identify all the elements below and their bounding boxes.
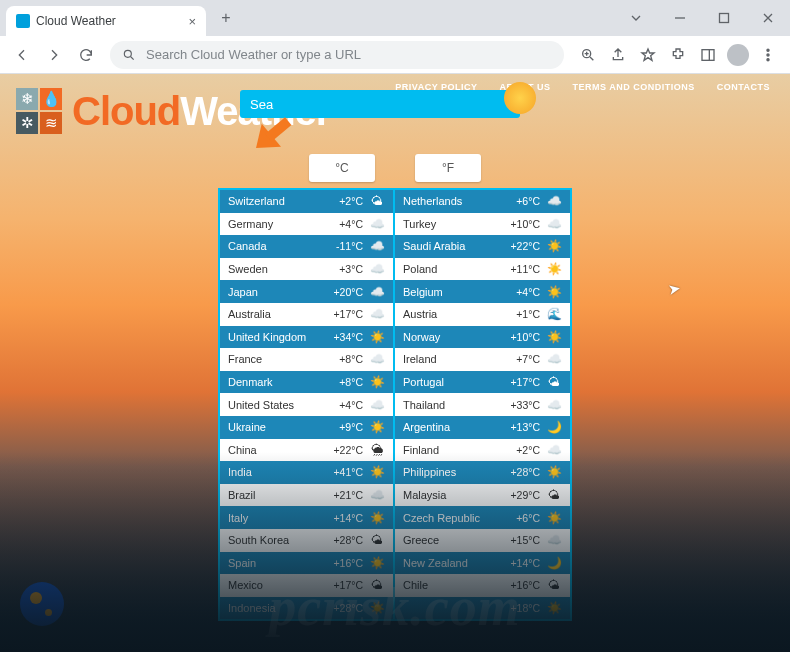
weather-row[interactable]: Thailand+33°C☁️ — [395, 393, 570, 416]
weather-row[interactable]: Netherlands+6°C☁️ — [395, 190, 570, 213]
unit-celsius-button[interactable]: °C — [309, 154, 375, 182]
weather-icon: ☁️ — [369, 352, 385, 366]
weather-row[interactable]: Switzerland+2°C🌤 — [220, 190, 393, 213]
profile-avatar[interactable] — [724, 41, 752, 69]
weather-row[interactable]: Chile+16°C🌤 — [395, 574, 570, 597]
temperature-value: +21°C — [325, 489, 363, 501]
weather-row[interactable]: Brazil+21°C☁️ — [220, 484, 393, 507]
weather-icon: ☀️ — [546, 239, 562, 253]
country-name: Germany — [228, 218, 319, 230]
back-button[interactable] — [8, 41, 36, 69]
country-name: France — [228, 353, 319, 365]
nav-contacts[interactable]: CONTACTS — [717, 82, 770, 92]
weather-row[interactable]: Canada-11°C☁️ — [220, 235, 393, 258]
weather-row[interactable]: Spain+16°C☀️ — [220, 552, 393, 575]
country-name: Mexico — [228, 579, 319, 591]
weather-row[interactable]: Portugal+17°C🌤 — [395, 371, 570, 394]
bookmark-icon[interactable] — [634, 41, 662, 69]
weather-row[interactable]: Greece+15°C☁️ — [395, 529, 570, 552]
weather-row[interactable]: Poland+11°C☀️ — [395, 258, 570, 281]
country-name: Italy — [228, 512, 319, 524]
weather-icon: ☀️ — [546, 285, 562, 299]
temperature-value: +4°C — [325, 399, 363, 411]
weather-row[interactable]: United States+4°C☁️ — [220, 393, 393, 416]
unit-fahrenheit-button[interactable]: °F — [415, 154, 481, 182]
close-window-button[interactable] — [746, 0, 790, 36]
weather-row[interactable]: +18°C☀️ — [395, 597, 570, 620]
minimize-button[interactable] — [658, 0, 702, 36]
reload-button[interactable] — [72, 41, 100, 69]
titlebar: Cloud Weather × + — [0, 0, 790, 36]
country-name: Denmark — [228, 376, 319, 388]
close-tab-icon[interactable]: × — [188, 14, 196, 29]
country-name: South Korea — [228, 534, 319, 546]
weather-row[interactable]: Belgium+4°C☀️ — [395, 280, 570, 303]
weather-row[interactable]: Austria+1°C🌊 — [395, 303, 570, 326]
weather-icon: ☁️ — [546, 533, 562, 547]
maximize-button[interactable] — [702, 0, 746, 36]
country-name: Finland — [403, 444, 496, 456]
temperature-value: +33°C — [502, 399, 540, 411]
weather-row[interactable]: Germany+4°C☁️ — [220, 213, 393, 236]
weather-icon: ☁️ — [369, 285, 385, 299]
weather-row[interactable]: China+22°C🌦 — [220, 439, 393, 462]
site-search-input[interactable]: Sea — [240, 90, 520, 118]
temperature-value: +14°C — [325, 512, 363, 524]
weather-row[interactable]: South Korea+28°C🌤 — [220, 529, 393, 552]
weather-icon: ☁️ — [369, 307, 385, 321]
new-tab-button[interactable]: + — [214, 6, 238, 30]
temperature-value: +11°C — [502, 263, 540, 275]
temperature-value: +13°C — [502, 421, 540, 433]
weather-row[interactable]: Australia+17°C☁️ — [220, 303, 393, 326]
weather-row[interactable]: Turkey+10°C☁️ — [395, 213, 570, 236]
weather-row[interactable]: Italy+14°C☀️ — [220, 506, 393, 529]
weather-row[interactable]: Sweden+3°C☁️ — [220, 258, 393, 281]
weather-row[interactable]: Finland+2°C☁️ — [395, 439, 570, 462]
svg-point-1 — [124, 50, 131, 57]
weather-row[interactable]: France+8°C☁️ — [220, 348, 393, 371]
omnibox[interactable]: Search Cloud Weather or type a URL — [110, 41, 564, 69]
temperature-value: +8°C — [325, 353, 363, 365]
weather-icon: 🌙 — [546, 420, 562, 434]
side-panel-icon[interactable] — [694, 41, 722, 69]
weather-row[interactable]: Indonesia+28°C☀️ — [220, 597, 393, 620]
menu-button[interactable] — [754, 41, 782, 69]
weather-row[interactable]: Argentina+13°C🌙 — [395, 416, 570, 439]
weather-row[interactable]: Malaysia+29°C🌤 — [395, 484, 570, 507]
temperature-value: +4°C — [502, 286, 540, 298]
weather-row[interactable]: Ireland+7°C☁️ — [395, 348, 570, 371]
temperature-value: +28°C — [325, 534, 363, 546]
weather-row[interactable]: United Kingdom+34°C☀️ — [220, 326, 393, 349]
weather-row[interactable]: Philippines+28°C☀️ — [395, 461, 570, 484]
weather-row[interactable]: Saudi Arabia+22°C☀️ — [395, 235, 570, 258]
weather-icon: 🌤 — [546, 488, 562, 502]
weather-row[interactable]: Czech Republic+6°C☀️ — [395, 506, 570, 529]
floating-help-button[interactable] — [20, 582, 64, 626]
browser-toolbar: Search Cloud Weather or type a URL — [0, 36, 790, 74]
country-name: Czech Republic — [403, 512, 496, 524]
weather-row[interactable]: Japan+20°C☁️ — [220, 280, 393, 303]
page-viewport: PRIVACY POLICY ABOUT US TERMS AND CONDIT… — [0, 74, 790, 652]
weather-row[interactable]: New Zealand+14°C🌙 — [395, 552, 570, 575]
weather-row[interactable]: Mexico+17°C🌤 — [220, 574, 393, 597]
weather-column-right: Netherlands+6°C☁️Turkey+10°C☁️Saudi Arab… — [395, 190, 570, 619]
weather-icon: 🌙 — [546, 556, 562, 570]
temperature-value: +17°C — [325, 579, 363, 591]
browser-tab[interactable]: Cloud Weather × — [6, 6, 206, 36]
weather-column-left: Switzerland+2°C🌤Germany+4°C☁️Canada-11°C… — [220, 190, 395, 619]
weather-row[interactable]: Norway+10°C☀️ — [395, 326, 570, 349]
weather-row[interactable]: Denmark+8°C☀️ — [220, 371, 393, 394]
temperature-value: +6°C — [502, 195, 540, 207]
nav-terms[interactable]: TERMS AND CONDITIONS — [572, 82, 694, 92]
svg-rect-3 — [702, 49, 714, 60]
weather-row[interactable]: Ukraine+9°C☀️ — [220, 416, 393, 439]
extensions-icon[interactable] — [664, 41, 692, 69]
dropdown-caret-icon[interactable] — [614, 0, 658, 36]
forward-button[interactable] — [40, 41, 68, 69]
temperature-value: +8°C — [325, 376, 363, 388]
share-icon[interactable] — [604, 41, 632, 69]
weather-row[interactable]: India+41°C☀️ — [220, 461, 393, 484]
zoom-icon[interactable] — [574, 41, 602, 69]
weather-icon: 🌤 — [546, 578, 562, 592]
watermark: pcrisk.com — [269, 576, 520, 638]
